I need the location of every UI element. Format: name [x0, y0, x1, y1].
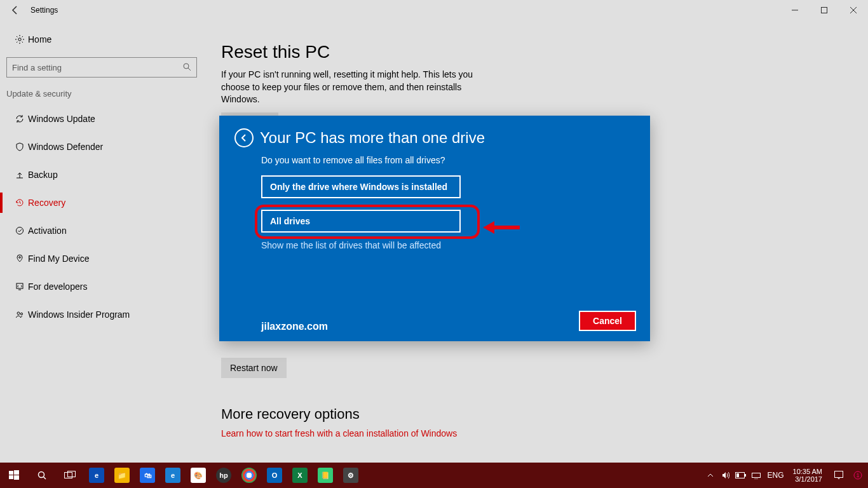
- svg-rect-24: [736, 473, 739, 477]
- fresh-install-link[interactable]: Learn how to start fresh with a clean in…: [221, 428, 457, 438]
- svg-line-6: [188, 68, 191, 71]
- clock[interactable]: 10:35 AM 3/1/2017: [788, 468, 827, 483]
- sidebar-item-label: Backup: [28, 170, 58, 180]
- sidebar-item-label: Find My Device: [28, 254, 89, 264]
- tray-status-icon[interactable]: 1: [850, 463, 865, 488]
- tray-volume-icon[interactable]: [718, 463, 733, 488]
- taskbar-app-outlook[interactable]: O: [262, 463, 287, 488]
- search-input[interactable]: Find a setting: [6, 57, 197, 78]
- backup-icon: [11, 170, 28, 180]
- svg-rect-14: [9, 471, 13, 475]
- reset-description: If your PC isn't running well, resetting…: [221, 69, 494, 106]
- svg-rect-1: [822, 8, 827, 13]
- clock-time: 10:35 AM: [793, 468, 822, 475]
- minimize-button[interactable]: [780, 0, 810, 20]
- sidebar: Home Find a setting Update & security Wi…: [0, 20, 203, 463]
- tray-chevron-icon[interactable]: [703, 463, 718, 488]
- svg-point-7: [17, 227, 24, 234]
- taskbar-app-notepad[interactable]: 📒: [313, 463, 338, 488]
- start-button[interactable]: [0, 463, 28, 488]
- shield-icon: [11, 142, 28, 152]
- gear-icon: [11, 34, 28, 44]
- svg-rect-20: [65, 473, 72, 478]
- taskbar-app-settings[interactable]: ⚙: [338, 463, 363, 488]
- language-indicator[interactable]: ENG: [764, 471, 788, 480]
- sidebar-item-backup[interactable]: Backup: [5, 161, 198, 189]
- action-center-button[interactable]: [827, 463, 850, 488]
- sidebar-item-label: Windows Defender: [28, 142, 103, 152]
- sidebar-item-windows-update[interactable]: Windows Update: [5, 105, 198, 133]
- svg-rect-21: [68, 471, 76, 477]
- svg-point-5: [184, 64, 189, 69]
- tray-battery-icon[interactable]: [733, 463, 749, 488]
- sidebar-home-label: Home: [28, 34, 51, 44]
- svg-rect-23: [745, 474, 746, 477]
- search-button[interactable]: [28, 463, 56, 488]
- svg-line-19: [44, 477, 46, 480]
- svg-point-11: [20, 313, 22, 315]
- taskbar-app-ie[interactable]: e: [160, 463, 186, 488]
- svg-rect-16: [9, 475, 13, 479]
- cancel-button[interactable]: Cancel: [579, 311, 636, 331]
- sidebar-item-label: For developers: [28, 281, 87, 292]
- check-circle-icon: [11, 226, 28, 236]
- dialog-back-button[interactable]: [234, 128, 254, 147]
- svg-point-18: [39, 472, 44, 478]
- history-icon: [11, 198, 28, 208]
- svg-rect-27: [835, 471, 843, 478]
- svg-rect-25: [752, 473, 760, 478]
- sidebar-item-for-developers[interactable]: For developers: [5, 273, 198, 301]
- titlebar: Settings: [0, 0, 868, 20]
- restart-now-button[interactable]: Restart now: [221, 358, 287, 378]
- taskbar-app-edge[interactable]: e: [84, 463, 109, 488]
- tray-network-icon[interactable]: [749, 463, 764, 488]
- search-icon: [182, 62, 191, 73]
- svg-rect-17: [14, 475, 19, 480]
- sidebar-item-activation[interactable]: Activation: [5, 217, 198, 245]
- sidebar-item-label: Activation: [28, 226, 67, 236]
- svg-point-8: [19, 257, 21, 259]
- drive-selection-dialog: Your PC has more than one drive Do you w…: [219, 116, 650, 341]
- sidebar-item-find-my-device[interactable]: Find My Device: [5, 245, 198, 273]
- page-heading-reset: Reset this PC: [221, 42, 855, 62]
- sidebar-item-label: Recovery: [28, 198, 65, 208]
- taskbar-app-excel[interactable]: X: [287, 463, 313, 488]
- sync-icon: [11, 114, 28, 124]
- window-title: Settings: [31, 6, 58, 15]
- taskbar-app-paint[interactable]: 🎨: [186, 463, 211, 488]
- close-button[interactable]: [839, 0, 868, 20]
- location-icon: [11, 254, 28, 264]
- sidebar-item-windows-defender[interactable]: Windows Defender: [5, 133, 198, 161]
- option-only-windows-drive[interactable]: Only the drive where Windows is installe…: [261, 175, 461, 198]
- taskbar: e 📁 🛍 e 🎨 hp O X 📒 ⚙ ENG 10:35 AM 3/1/20…: [0, 463, 868, 488]
- taskbar-app-hp[interactable]: hp: [211, 463, 236, 488]
- sidebar-section-label: Update & security: [5, 86, 198, 105]
- watermark-text: jilaxzone.com: [261, 321, 328, 332]
- show-drives-link[interactable]: Show me the list of drives that will be …: [261, 240, 635, 250]
- maximize-button[interactable]: [810, 0, 839, 20]
- taskbar-app-file-explorer[interactable]: 📁: [109, 463, 135, 488]
- task-view-button[interactable]: [56, 463, 84, 488]
- dialog-title: Your PC has more than one drive: [260, 129, 485, 147]
- people-icon: [11, 309, 28, 320]
- svg-point-4: [18, 38, 21, 41]
- search-placeholder: Find a setting: [12, 63, 62, 72]
- sidebar-item-label: Windows Update: [28, 114, 95, 124]
- svg-text:1: 1: [856, 472, 859, 478]
- sidebar-item-label: Windows Insider Program: [28, 309, 130, 320]
- page-heading-more: More recovery options: [221, 406, 855, 423]
- clock-date: 3/1/2017: [793, 475, 822, 483]
- sidebar-item-recovery[interactable]: Recovery: [5, 189, 198, 217]
- developer-icon: [11, 281, 28, 292]
- annotation-highlight-ring: [255, 205, 480, 239]
- sidebar-home[interactable]: Home: [5, 27, 198, 52]
- dialog-question: Do you want to remove all files from all…: [261, 155, 635, 165]
- taskbar-app-store[interactable]: 🛍: [135, 463, 160, 488]
- taskbar-app-chrome[interactable]: [236, 463, 262, 488]
- svg-point-10: [17, 312, 20, 315]
- back-button[interactable]: [5, 0, 25, 20]
- svg-rect-15: [14, 470, 19, 475]
- sidebar-item-insider-program[interactable]: Windows Insider Program: [5, 301, 198, 329]
